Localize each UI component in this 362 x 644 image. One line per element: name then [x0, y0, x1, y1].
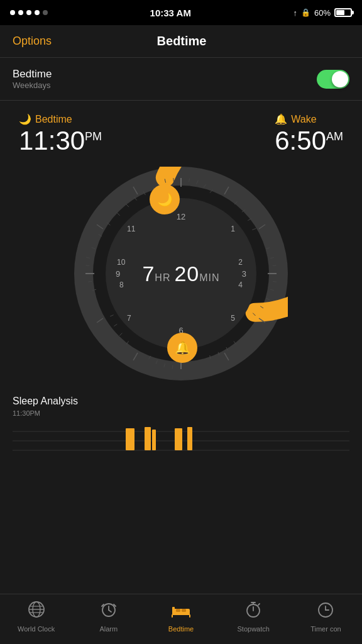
svg-line-39 — [114, 324, 117, 326]
svg-rect-75 — [172, 607, 175, 612]
tab-world-clock[interactable]: World Clock — [0, 601, 72, 638]
tab-timer-label: Timer con — [310, 625, 341, 633]
toggle-knob — [332, 71, 348, 87]
bedtime-toggle[interactable] — [317, 70, 349, 89]
tab-stopwatch[interactable]: Stopwatch — [217, 601, 290, 638]
svg-rect-74 — [172, 612, 190, 615]
svg-line-84 — [258, 604, 260, 605]
svg-rect-59 — [145, 427, 151, 450]
svg-line-20 — [252, 228, 256, 230]
wake-time-item: 🔔 Wake 6:50AM — [275, 113, 343, 154]
svg-line-70 — [109, 610, 111, 612]
world-clock-icon — [28, 601, 45, 623]
svg-line-49 — [126, 204, 129, 207]
timer-icon — [317, 601, 334, 623]
tab-bar: World Clock Alarm — [0, 594, 362, 644]
wake-value: 6:50AM — [275, 128, 343, 154]
bell-icon: 🔔 — [275, 113, 287, 125]
wake-label: 🔔 Wake — [275, 113, 343, 125]
bedtime-label-sub: Weekdays — [13, 80, 52, 90]
status-icons: ↑ 🔒 60% — [293, 8, 352, 18]
status-bar: 10:33 AM ↑ 🔒 60% — [0, 0, 362, 25]
svg-rect-77 — [182, 609, 186, 612]
sleep-duration: 7HR20MIN — [142, 262, 219, 286]
bedtime-label: 🌙 Bedtime — [19, 113, 102, 125]
sleep-times: 🌙 Bedtime 11:30PM 🔔 Wake 6:50AM — [0, 101, 362, 160]
moon-icon: 🌙 — [19, 113, 31, 125]
svg-rect-62 — [187, 427, 192, 450]
sleep-hours: 7 — [142, 262, 155, 286]
svg-line-40 — [110, 315, 113, 316]
sleep-analysis: Sleep Analysis 11:30PM — [0, 387, 362, 458]
clock-face: 12 1 2 3 4 5 6 7 8 9 10 — [106, 198, 256, 349]
nav-bar: Options Bedtime — [0, 25, 362, 58]
tab-bedtime[interactable]: Bedtime — [145, 601, 217, 638]
svg-rect-58 — [126, 428, 134, 450]
svg-line-43 — [86, 265, 90, 266]
sleep-minutes: 20 — [174, 262, 199, 286]
svg-line-23 — [273, 265, 277, 266]
sleep-analysis-time: 11:30PM — [13, 409, 349, 417]
minutes-unit: MIN — [199, 272, 219, 283]
battery-percentage: 60% — [314, 8, 331, 18]
tab-bedtime-label: Bedtime — [168, 625, 194, 633]
stopwatch-icon — [244, 601, 262, 623]
tab-timer[interactable]: Timer con — [290, 601, 362, 638]
status-time: 10:33 AM — [150, 8, 191, 18]
bell-handle-icon: 🔔 — [175, 340, 190, 355]
sleep-analysis-title: Sleep Analysis — [13, 396, 349, 407]
svg-rect-60 — [152, 430, 156, 450]
bedtime-label-group: Bedtime Weekdays — [13, 68, 52, 90]
svg-line-54 — [173, 178, 174, 182]
svg-rect-76 — [176, 609, 180, 612]
svg-line-42 — [88, 282, 92, 282]
bedtime-handle[interactable]: 🌙 — [150, 184, 180, 214]
bedtime-value: 11:30PM — [19, 128, 102, 154]
alarm-icon — [100, 601, 118, 623]
svg-rect-61 — [175, 428, 182, 450]
bedtime-tab-icon — [171, 601, 191, 623]
tab-alarm-label: Alarm — [99, 625, 118, 633]
tab-alarm[interactable]: Alarm — [72, 601, 145, 638]
signal-dots — [10, 10, 48, 15]
sleep-chart-svg — [13, 422, 349, 453]
hours-unit: HR — [155, 272, 170, 283]
bedtime-time-item: 🌙 Bedtime 11:30PM — [19, 113, 102, 154]
tab-stopwatch-label: Stopwatch — [238, 625, 270, 633]
battery-icon — [334, 8, 352, 17]
sleep-chart — [13, 422, 349, 453]
nav-title: Bedtime — [157, 34, 207, 48]
bedtime-label-title: Bedtime — [13, 68, 52, 80]
bedtime-toggle-row: Bedtime Weekdays — [0, 58, 362, 101]
clock-wrapper: 12 1 2 3 4 5 6 7 8 9 10 — [74, 167, 288, 380]
lock-icon: 🔒 — [301, 8, 310, 17]
tab-world-clock-label: World Clock — [18, 625, 55, 633]
clock-section: 12 1 2 3 4 5 6 7 8 9 10 — [0, 160, 362, 387]
options-button[interactable]: Options — [13, 35, 52, 48]
svg-line-24 — [273, 282, 277, 282]
moon-handle-icon: 🌙 — [157, 192, 173, 207]
wake-handle[interactable]: 🔔 — [167, 333, 197, 363]
location-icon: ↑ — [293, 8, 297, 18]
